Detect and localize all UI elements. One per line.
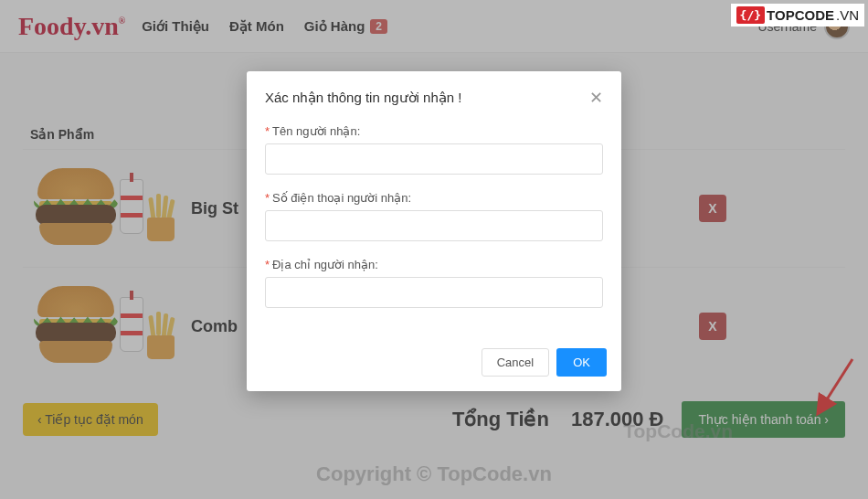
confirm-modal: Xác nhận thông tin người nhận ! ✕ *Tên n…	[247, 71, 621, 391]
modal-title: Xác nhận thông tin người nhận !	[265, 90, 461, 106]
topcode-icon: {/}	[736, 6, 765, 24]
address-label: *Địa chỉ người nhận:	[265, 258, 603, 271]
name-label: *Tên người nhận:	[265, 124, 603, 138]
ok-button[interactable]: OK	[556, 348, 607, 377]
cancel-button[interactable]: Cancel	[482, 348, 549, 377]
phone-input[interactable]	[265, 210, 603, 241]
address-input[interactable]	[265, 277, 603, 308]
name-input[interactable]	[265, 143, 603, 175]
close-icon[interactable]: ✕	[589, 88, 603, 108]
watermark: TopCode.vn	[623, 420, 733, 442]
watermark-copyright: Copyright © TopCode.vn	[316, 462, 552, 486]
topcode-badge: {/} TOPCODE.VN	[731, 4, 864, 27]
phone-label: *Số điện thoại người nhận:	[265, 191, 603, 205]
